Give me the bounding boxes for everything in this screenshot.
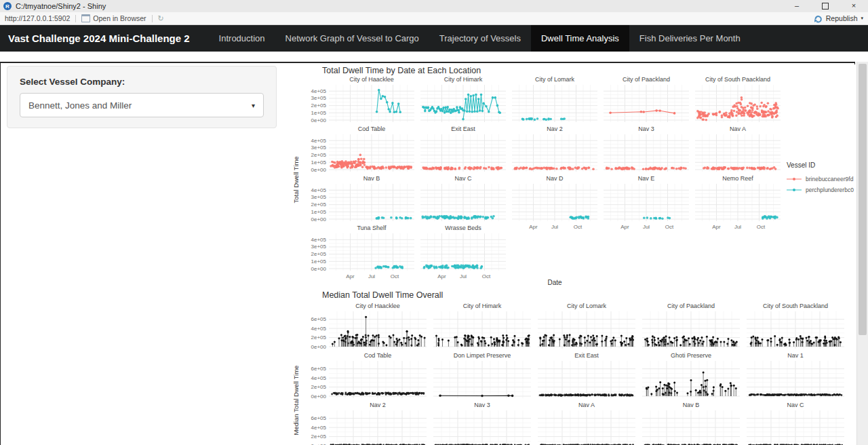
republish-icon xyxy=(814,14,823,23)
svg-text:City of Lomark: City of Lomark xyxy=(535,76,575,83)
svg-text:City of Haacklee: City of Haacklee xyxy=(349,76,394,83)
maximize-button[interactable] xyxy=(811,0,840,12)
svg-text:2e+05: 2e+05 xyxy=(311,251,327,257)
svg-text:Apr: Apr xyxy=(437,273,446,279)
scrollbar-thumb[interactable] xyxy=(859,64,867,335)
svg-text:perchplundererbc0: perchplundererbc0 xyxy=(806,187,854,193)
svg-text:Median Total Dwell Time: Median Total Dwell Time xyxy=(292,366,300,436)
svg-text:City of Haacklee: City of Haacklee xyxy=(355,303,400,309)
address-url: http://127.0.0.1:5902 xyxy=(5,14,70,22)
svg-text:Nav 2: Nav 2 xyxy=(370,402,386,408)
svg-text:City of Himark: City of Himark xyxy=(444,76,483,83)
svg-text:Nav B: Nav B xyxy=(683,402,700,408)
svg-text:0e+00: 0e+00 xyxy=(311,216,327,222)
open-in-browser-button[interactable]: Open in Browser xyxy=(93,14,146,22)
svg-text:1e+05: 1e+05 xyxy=(311,209,327,215)
svg-text:City of Paackland: City of Paackland xyxy=(623,76,670,83)
vessel-company-selected-value: Bennett, Jones and Miller xyxy=(28,100,132,111)
svg-text:Nav A: Nav A xyxy=(578,402,595,408)
svg-text:3e+05: 3e+05 xyxy=(311,95,327,101)
svg-text:Jul: Jul xyxy=(368,273,375,279)
svg-text:Tuna Shelf: Tuna Shelf xyxy=(357,225,387,231)
svg-text:6e+05: 6e+05 xyxy=(311,316,327,322)
svg-text:Nav 3: Nav 3 xyxy=(638,125,654,132)
rstudio-logo-icon: R xyxy=(3,2,12,10)
vertical-scrollbar[interactable] xyxy=(856,62,868,445)
svg-text:Nav B: Nav B xyxy=(363,175,380,182)
svg-text:4e+05: 4e+05 xyxy=(311,138,327,144)
svg-text:Cod Table: Cod Table xyxy=(364,352,391,359)
svg-text:6e+05: 6e+05 xyxy=(311,366,327,372)
viewer-toolbar: http://127.0.0.1:5902 Open in Browser ↻ … xyxy=(0,12,868,25)
svg-text:Exit East: Exit East xyxy=(574,352,599,359)
svg-text:4e+05: 4e+05 xyxy=(311,88,327,94)
svg-text:Jul: Jul xyxy=(551,224,558,230)
svg-text:2e+05: 2e+05 xyxy=(311,152,327,158)
svg-text:6e+05: 6e+05 xyxy=(311,415,327,421)
svg-text:Apr: Apr xyxy=(712,224,721,230)
tab-fish-deliveries-per-month[interactable]: Fish Deliveries Per Month xyxy=(629,25,751,52)
svg-text:2e+05: 2e+05 xyxy=(311,102,327,109)
svg-text:Nav C: Nav C xyxy=(454,175,472,182)
svg-text:Nav A: Nav A xyxy=(730,125,746,132)
svg-text:City of Paackland: City of Paackland xyxy=(667,303,715,309)
svg-text:Oct: Oct xyxy=(391,273,399,279)
window-title: C:/tmyatnoe/Shiny2 - Shiny xyxy=(16,2,106,10)
minimize-button[interactable]: – xyxy=(783,0,811,12)
tab-network-graph-of-vessel-to-cargo[interactable]: Network Graph of Vessel to Cargo xyxy=(275,25,429,52)
svg-text:Nemo Reef: Nemo Reef xyxy=(722,175,753,182)
republish-caret-icon[interactable]: ▾ xyxy=(861,16,863,21)
app-navbar: Vast Challenge 2024 Mini-Challenge 2 Int… xyxy=(0,25,868,52)
svg-text:Nav C: Nav C xyxy=(787,402,804,408)
svg-text:Ghoti Preserve: Ghoti Preserve xyxy=(671,352,711,359)
close-button[interactable]: × xyxy=(840,0,868,12)
svg-text:Apr: Apr xyxy=(620,224,629,230)
svg-text:brinebuccaneer9fd: brinebuccaneer9fd xyxy=(806,176,854,182)
window-controls: – × xyxy=(783,0,868,12)
republish-button[interactable]: Republish xyxy=(826,14,858,22)
svg-text:Oct: Oct xyxy=(482,273,491,279)
svg-text:Cod Table: Cod Table xyxy=(358,125,385,132)
svg-text:Jul: Jul xyxy=(734,224,741,230)
vessel-company-label: Select Vessel Company: xyxy=(20,77,264,87)
sidebar-panel: Select Vessel Company: Bennett, Jones an… xyxy=(7,66,277,128)
svg-text:Nav 3: Nav 3 xyxy=(474,402,490,408)
svg-text:Oct: Oct xyxy=(665,224,674,230)
median-dwell-time-plot: Median Total Dwell Time OverallMedian To… xyxy=(292,288,856,445)
svg-text:0e+00: 0e+00 xyxy=(311,167,327,173)
svg-text:Nav E: Nav E xyxy=(638,175,655,182)
svg-text:Exit East: Exit East xyxy=(451,125,475,132)
tab-trajectory-of-vessels[interactable]: Trajectory of Vessels xyxy=(429,25,531,52)
svg-text:4e+05: 4e+05 xyxy=(311,375,327,381)
app-brand-title: Vast Challenge 2024 Mini-Challenge 2 xyxy=(0,25,201,52)
svg-text:4e+05: 4e+05 xyxy=(311,326,327,332)
svg-text:3e+05: 3e+05 xyxy=(311,144,327,151)
svg-text:4e+05: 4e+05 xyxy=(311,237,327,243)
svg-text:Date: Date xyxy=(547,279,562,286)
svg-text:4e+05: 4e+05 xyxy=(311,425,327,431)
tab-introduction[interactable]: Introduction xyxy=(209,25,275,52)
toolbar-divider xyxy=(75,15,76,22)
maximize-icon xyxy=(822,3,829,9)
svg-text:Don Limpet Preserve: Don Limpet Preserve xyxy=(454,352,511,359)
browser-window-icon xyxy=(81,14,90,22)
svg-text:2e+05: 2e+05 xyxy=(311,433,327,440)
svg-text:Oct: Oct xyxy=(574,224,583,230)
total-dwell-time-plot: Total Dwell Time by Date at Each Locatio… xyxy=(292,64,856,288)
svg-text:Jul: Jul xyxy=(460,273,467,279)
svg-text:Median Total Dwell Time Overal: Median Total Dwell Time Overall xyxy=(322,290,443,300)
svg-text:Nav 1: Nav 1 xyxy=(787,352,804,359)
svg-text:1e+05: 1e+05 xyxy=(311,159,327,166)
tab-dwell-time-analysis[interactable]: Dwell Time Analysis xyxy=(531,25,629,52)
svg-text:0e+00: 0e+00 xyxy=(311,266,327,272)
svg-text:Oct: Oct xyxy=(757,224,766,230)
svg-text:Total Dwell Time by Date at Ea: Total Dwell Time by Date at Each Locatio… xyxy=(322,66,481,75)
svg-text:Wrasse Beds: Wrasse Beds xyxy=(445,225,481,231)
svg-text:3e+05: 3e+05 xyxy=(311,244,327,250)
reload-icon[interactable]: ↻ xyxy=(158,14,164,23)
svg-text:0e+00: 0e+00 xyxy=(311,117,327,123)
vessel-company-select[interactable]: Bennett, Jones and Miller ▾ xyxy=(20,93,264,117)
svg-text:City of Lomark: City of Lomark xyxy=(567,303,607,309)
toolbar-divider xyxy=(152,15,153,22)
window-titlebar: R C:/tmyatnoe/Shiny2 - Shiny – × xyxy=(0,0,868,12)
